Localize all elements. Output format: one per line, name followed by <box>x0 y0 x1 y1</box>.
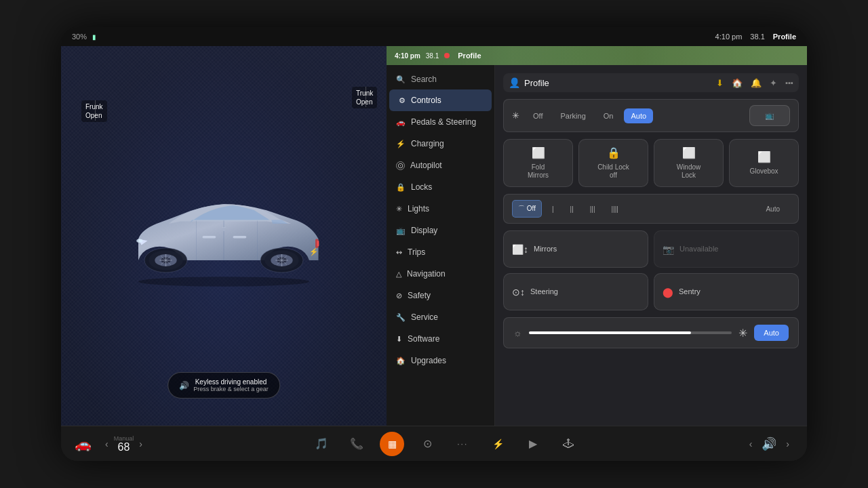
sidebar-item-navigation[interactable]: △ Navigation <box>387 263 494 285</box>
bluetooth-btn[interactable]: ⚡ <box>486 432 510 456</box>
brightness-auto-btn[interactable]: Auto <box>754 325 789 341</box>
display-btn[interactable]: 📺 <box>749 105 790 126</box>
dots-btn[interactable]: ··· <box>450 432 475 456</box>
phone-btn[interactable]: 📞 <box>344 432 369 456</box>
car-nav-btn[interactable]: 🚗 <box>75 436 92 452</box>
software-icon: ⬇ <box>396 335 402 344</box>
mirrors-card[interactable]: ⬜↕ Mirrors <box>503 230 648 268</box>
display-icon: 📺 <box>396 226 406 235</box>
locks-icon: 🔒 <box>396 183 406 192</box>
locks-label: Locks <box>411 182 432 192</box>
light-auto-btn[interactable]: Auto <box>624 108 653 123</box>
dots-icon: ··· <box>457 439 468 449</box>
sidebar-item-locks[interactable]: 🔒 Locks <box>387 176 494 198</box>
wiper-off-btn[interactable]: ⌒ Off <box>512 200 542 218</box>
bell-icon[interactable]: 🔔 <box>751 78 762 88</box>
phone-icon: 📞 <box>350 437 363 450</box>
child-lock-card[interactable]: 🔒 Child Lock off <box>578 139 648 187</box>
download-icon[interactable]: ⬇ <box>716 78 724 88</box>
wiper-1-btn[interactable]: | <box>546 201 560 217</box>
child-lock-icon: 🔒 <box>607 146 620 159</box>
temperature-control: ‹ Manual 68 › <box>102 435 145 453</box>
map-strip: 4:10 pm 38.1 Profile <box>387 46 807 65</box>
sidebar-item-service[interactable]: 🔧 Service <box>387 306 494 328</box>
menu-controls: 🔍 Search ⚙ Controls 🚗 Pedals & Steering <box>387 65 807 426</box>
light-parking-btn[interactable]: Parking <box>553 108 592 123</box>
media-btn[interactable]: ▦ <box>380 432 404 456</box>
lower-cards-grid: ⬜↕ Mirrors 📷 Unavailable ⊙↕ Steering <box>503 230 799 310</box>
service-label: Service <box>411 312 438 322</box>
light-off-btn[interactable]: Off <box>526 108 549 123</box>
steering-card[interactable]: ⊙↕ Steering <box>503 273 648 310</box>
target-btn[interactable]: ⊙ <box>415 432 439 456</box>
controls-label: Controls <box>411 96 441 105</box>
sun-bright-icon: ✳ <box>738 327 747 340</box>
bluetooth-icon[interactable]: ✦ <box>770 78 777 88</box>
temp-decrease-btn[interactable]: ‹ <box>102 439 111 449</box>
wiper-2-btn[interactable]: || <box>564 201 580 217</box>
trunk-label: Trunk Open <box>352 87 377 108</box>
signal-icon[interactable]: ▪▪▪ <box>785 79 793 87</box>
sidebar-item-pedals[interactable]: 🚗 Pedals & Steering <box>387 111 494 133</box>
nav-bar: 🚗 ‹ Manual 68 › 🎵 📞 <box>61 426 807 461</box>
temp-value-group: Manual 68 <box>114 435 134 453</box>
profile-row: 👤 Profile ⬇ 🏠 🔔 ✦ ▪▪▪ <box>503 73 799 92</box>
light-on-btn[interactable]: On <box>597 108 620 123</box>
sidebar-item-software[interactable]: ⬇ Software <box>387 328 494 350</box>
pedals-label: Pedals & Steering <box>411 117 476 127</box>
sidebar-item-trips[interactable]: ↭ Trips <box>387 241 494 263</box>
profile-title: Profile <box>524 78 712 88</box>
profile-person-icon: 👤 <box>509 77 520 88</box>
sidebar-item-autopilot[interactable]: ⊙ Autopilot <box>387 155 494 176</box>
svg-rect-4 <box>203 236 216 239</box>
temp-display: 38.1 <box>750 33 764 41</box>
search-item[interactable]: 🔍 Search <box>387 69 494 89</box>
sidebar-item-charging[interactable]: ⚡ Charging <box>387 133 494 155</box>
sentry-card[interactable]: ⬤ Sentry <box>654 273 799 310</box>
wiper-auto-btn[interactable]: Auto <box>755 201 790 217</box>
window-lock-card[interactable]: ⬜ Window Lock <box>654 139 724 187</box>
sun-icon: ✳ <box>512 110 519 121</box>
steering-icon: ⊙↕ <box>512 287 525 298</box>
frunk-label: Frunk Open <box>81 100 107 122</box>
vol-down-btn[interactable]: ‹ <box>745 439 757 449</box>
sidebar-menu: 🔍 Search ⚙ Controls 🚗 Pedals & Steering <box>387 65 495 426</box>
sidebar-item-upgrades[interactable]: 🏠 Upgrades <box>387 350 494 371</box>
play-btn[interactable]: ▶ <box>521 432 545 456</box>
vol-up-btn[interactable]: › <box>782 439 793 449</box>
wiper-3-btn[interactable]: ||| <box>584 201 601 217</box>
svg-rect-5 <box>233 236 247 239</box>
mirrors-label: Mirrors <box>534 245 557 253</box>
bluetooth-nav-icon: ⚡ <box>492 439 504 449</box>
brightness-icon: ☼ <box>513 327 522 338</box>
sidebar-item-lights[interactable]: ✳ Lights <box>387 198 494 220</box>
upgrades-icon: 🏠 <box>396 357 406 365</box>
display-label: Display <box>411 226 437 235</box>
sidebar-item-display[interactable]: 📺 Display <box>387 220 494 241</box>
brightness-slider[interactable] <box>529 331 732 334</box>
sidebar-item-controls[interactable]: ⚙ Controls <box>389 89 492 111</box>
sentry-icon: ⬤ <box>663 287 673 298</box>
charging-label: Charging <box>411 139 444 148</box>
safety-icon: ⊘ <box>396 291 402 300</box>
sidebar-item-safety[interactable]: ⊘ Safety <box>387 285 494 306</box>
software-label: Software <box>408 334 439 344</box>
camera-icon: 📷 <box>663 244 674 255</box>
battery-percent: 30% <box>72 33 87 41</box>
time-display: 4:10 pm <box>715 33 743 41</box>
wiper-4-btn[interactable]: |||| <box>606 201 625 217</box>
pedals-icon: 🚗 <box>396 118 406 127</box>
joystick-btn[interactable]: 🕹 <box>556 432 580 456</box>
glovebox-card[interactable]: ⬜ Glovebox <box>729 139 799 187</box>
music-btn[interactable]: 🎵 <box>309 432 334 456</box>
temp-increase-btn[interactable]: › <box>136 439 145 449</box>
fold-mirrors-label: Fold Mirrors <box>528 163 549 180</box>
autopilot-icon: ⊙ <box>396 161 405 170</box>
fold-mirrors-card[interactable]: ⬜ Fold Mirrors <box>503 139 573 187</box>
svg-point-0 <box>138 277 309 286</box>
trips-label: Trips <box>408 247 425 257</box>
trips-icon: ↭ <box>396 248 402 257</box>
home-icon[interactable]: 🏠 <box>732 78 743 88</box>
display-icon: 📺 <box>765 111 774 120</box>
lights-label: Lights <box>408 204 429 214</box>
